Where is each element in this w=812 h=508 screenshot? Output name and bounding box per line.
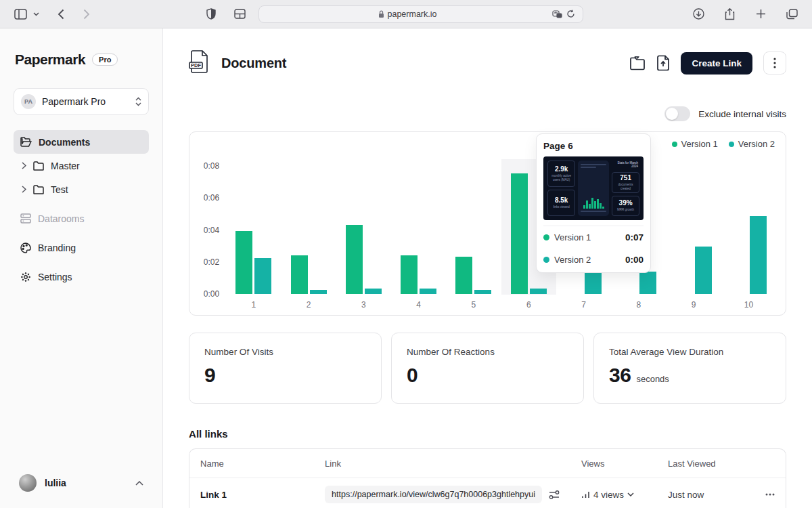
page-title: Document	[221, 56, 286, 71]
sidebar-item-documents[interactable]: Documents	[14, 130, 149, 154]
page-preview-thumbnail: 2.9k monthly active users (MAU) 8.5k lin…	[543, 156, 644, 220]
y-axis-tick: 0:04	[204, 226, 219, 234]
updown-chevron-icon	[135, 97, 141, 106]
sidebar-item-test[interactable]: Test	[14, 177, 149, 201]
bar-version-1-page-4[interactable]	[401, 255, 418, 294]
stat-value: 9	[204, 364, 215, 387]
bar-version-1-page-6[interactable]	[511, 173, 528, 294]
bar-version-2-page-8[interactable]	[639, 272, 656, 294]
chart-group-page-10[interactable]: 10	[721, 159, 776, 310]
x-axis-label: 8	[611, 300, 666, 310]
chart-group-page-1[interactable]: 1	[226, 159, 281, 310]
tooltip-series-value: 0:07	[625, 232, 644, 242]
new-tab-icon[interactable]	[751, 5, 770, 24]
chart-group-page-5[interactable]: 5	[446, 159, 501, 310]
column-header-views: Views	[570, 459, 657, 469]
bar-version-2-page-3[interactable]	[365, 289, 382, 294]
bar-version-2-page-9[interactable]	[695, 247, 712, 294]
x-axis-label: 3	[336, 300, 391, 310]
thumb-stat-label: MRR growth	[617, 208, 634, 212]
bar-version-2-page-4[interactable]	[420, 289, 436, 294]
sidebar-item-branding[interactable]: Branding	[14, 236, 149, 259]
page-layout-icon[interactable]	[230, 5, 249, 24]
bar-version-2-page-10[interactable]	[750, 216, 767, 294]
column-header-link: Link	[314, 459, 570, 469]
row-menu-button[interactable]	[765, 493, 775, 496]
chart-tooltip: Page 6 2.9k monthly active users (MAU) 8…	[536, 133, 651, 273]
thumb-stat-value: 8.5k	[555, 196, 568, 204]
privacy-shield-icon[interactable]	[202, 5, 221, 24]
reload-icon[interactable]	[564, 7, 577, 21]
chart-group-page-2[interactable]: 2	[281, 159, 336, 310]
thumb-stat-value: 751	[620, 174, 631, 182]
y-axis-tick: 0:02	[204, 258, 219, 266]
datarooms-icon	[20, 213, 31, 224]
link-settings-icon[interactable]	[549, 490, 560, 500]
sidebar-item-label: Documents	[39, 137, 90, 148]
chart-plot: 12345678910	[226, 159, 776, 310]
chart-y-axis: 0:080:060:040:020:00	[199, 159, 226, 295]
x-axis-label: 5	[446, 300, 501, 310]
bar-version-2-page-2[interactable]	[310, 290, 327, 294]
legend-item: Version 2	[729, 139, 775, 149]
back-icon[interactable]	[51, 5, 70, 24]
chevron-right-icon[interactable]	[22, 162, 26, 169]
app-logo: Papermark	[15, 51, 85, 68]
move-to-folder-icon[interactable]	[629, 56, 646, 70]
stat-suffix: seconds	[636, 374, 669, 384]
chevron-right-icon[interactable]	[22, 186, 26, 193]
exclude-internal-visits-toggle[interactable]	[664, 106, 690, 121]
tooltip-series-value: 0:00	[625, 255, 644, 265]
link-row: Link 1 https://papermark.io/view/clw6g7q…	[189, 478, 786, 508]
x-axis-label: 2	[281, 300, 336, 310]
sidebar-item-label: Branding	[38, 242, 76, 253]
chart-group-page-9[interactable]: 9	[666, 159, 721, 310]
sidebar-item-label: Master	[51, 161, 80, 171]
team-avatar: PA	[21, 94, 36, 109]
url-text: papermark.io	[388, 9, 437, 19]
sidebar-item-settings[interactable]: Settings	[14, 265, 149, 289]
bar-version-1-page-3[interactable]	[346, 225, 363, 294]
pdf-file-icon: PDF	[189, 50, 209, 76]
bar-version-1-page-2[interactable]	[291, 255, 308, 294]
bar-version-2-page-6[interactable]	[530, 289, 547, 294]
translate-icon[interactable]	[550, 7, 564, 21]
folder-icon	[33, 161, 44, 171]
link-url-pill[interactable]: https://papermark.io/view/clw6g7q7h0006p…	[325, 486, 542, 503]
team-selector[interactable]: PA Papermark Pro	[14, 88, 149, 115]
last-viewed: Just now	[657, 490, 757, 500]
lock-icon	[378, 10, 384, 18]
sidebar-toggle-icon[interactable]	[11, 5, 30, 24]
bar-version-1-page-5[interactable]	[455, 257, 472, 294]
add-document-icon[interactable]	[656, 55, 670, 71]
palette-icon	[20, 242, 31, 253]
gear-icon	[20, 272, 31, 282]
create-link-button[interactable]: Create Link	[681, 52, 752, 75]
forward-icon[interactable]	[77, 5, 96, 24]
sidebar-chevron-icon[interactable]	[30, 5, 42, 24]
x-axis-label: 7	[556, 300, 611, 310]
thumb-stat-value: 39%	[619, 199, 633, 207]
tab-overview-icon[interactable]	[782, 5, 801, 24]
chart-group-page-3[interactable]: 3	[336, 159, 391, 310]
y-axis-tick: 0:06	[204, 194, 219, 202]
link-name: Link 1	[189, 490, 314, 500]
user-menu[interactable]: luliia	[14, 470, 149, 496]
document-menu-button[interactable]	[763, 51, 786, 75]
bar-version-1-page-1[interactable]	[235, 231, 252, 294]
downloads-icon[interactable]	[689, 5, 708, 24]
series-dot-icon	[543, 257, 549, 263]
legend-item: Version 1	[672, 139, 718, 149]
url-bar[interactable]: papermark.io	[258, 5, 583, 23]
kebab-horizontal-icon	[765, 493, 775, 496]
bar-chart-icon	[581, 490, 590, 499]
bar-version-2-page-1[interactable]	[254, 258, 271, 294]
views-dropdown[interactable]: 4 views	[570, 490, 657, 500]
chart-group-page-4[interactable]: 4	[391, 159, 446, 310]
sidebar-item-master[interactable]: Master	[14, 154, 149, 177]
bar-version-2-page-5[interactable]	[474, 290, 491, 294]
sidebar-item-datarooms[interactable]: Datarooms	[14, 207, 149, 230]
legend-dot-icon	[672, 142, 677, 147]
share-icon[interactable]	[720, 5, 739, 24]
chart-legend: Version 1Version 2	[672, 139, 775, 149]
